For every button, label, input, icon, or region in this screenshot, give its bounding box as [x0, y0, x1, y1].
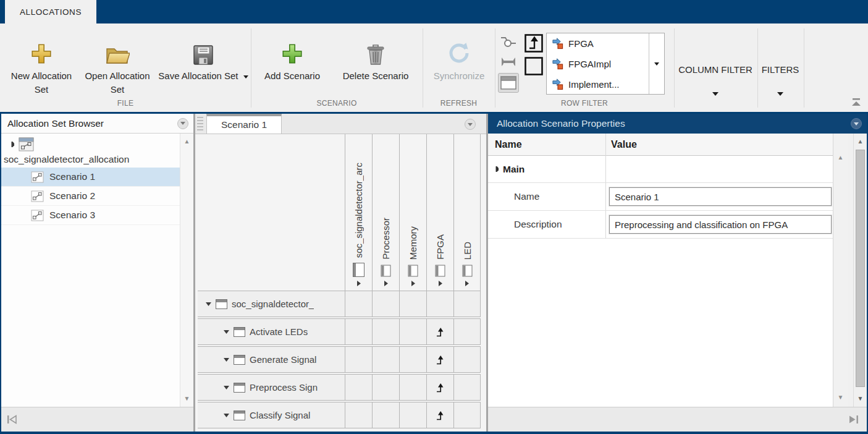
- matrix-cell[interactable]: [345, 319, 372, 344]
- stereotype-item-fpgaimpl[interactable]: FPGAImpl: [547, 54, 649, 74]
- allocated-filter-button[interactable]: [523, 33, 544, 53]
- matrix-cell-allocated[interactable]: [426, 402, 453, 428]
- scroll-up-icon[interactable]: ▲: [180, 138, 193, 145]
- stereotype-item-implement[interactable]: Implement...: [547, 74, 649, 95]
- matrix-column-soc-arch[interactable]: soc_signaldetector_arc: [345, 134, 372, 291]
- component-filter-button[interactable]: [498, 73, 519, 93]
- matrix-column-memory[interactable]: Memory: [399, 134, 426, 291]
- column-filter-caret-icon: [712, 92, 718, 96]
- matrix-cell[interactable]: [345, 375, 372, 400]
- matrix-cell[interactable]: [345, 402, 372, 428]
- description-field-input[interactable]: [609, 215, 832, 234]
- collapse-ribbon-button[interactable]: [850, 98, 862, 110]
- matrix-cell[interactable]: [453, 402, 481, 428]
- matrix-cell[interactable]: [345, 347, 372, 372]
- collapse-row-icon[interactable]: [206, 302, 211, 306]
- matrix-row-header[interactable]: Generate Signal: [198, 347, 345, 372]
- connector-filter-button[interactable]: [499, 54, 518, 69]
- expand-column-icon[interactable]: [357, 281, 361, 286]
- synchronize-button[interactable]: Synchronize: [426, 28, 492, 83]
- expand-column-icon[interactable]: [411, 281, 415, 286]
- matrix-row-header[interactable]: Classify Signal: [198, 402, 345, 428]
- tab-scenario-1-label: Scenario 1: [221, 119, 267, 130]
- group-expanded-icon[interactable]: [493, 166, 499, 172]
- matrix-cell-allocated[interactable]: [426, 319, 453, 344]
- matrix-cell[interactable]: [372, 402, 399, 428]
- name-field-input[interactable]: [609, 187, 832, 206]
- properties-table-header: Name Value: [488, 134, 833, 156]
- stereotype-filter-dropdown-button[interactable]: [649, 33, 664, 94]
- collapse-browser-panel-button[interactable]: [177, 118, 188, 129]
- scenario-icon: [31, 190, 44, 202]
- open-allocation-set-button[interactable]: Open Allocation Set: [79, 28, 156, 96]
- tree-item-scenario-2[interactable]: Scenario 2: [0, 187, 180, 206]
- port-filter-button[interactable]: [499, 34, 518, 53]
- tree-item-scenario-1[interactable]: Scenario 1: [0, 168, 180, 187]
- expand-column-icon[interactable]: [465, 281, 469, 286]
- scroll-up-icon[interactable]: ▲: [833, 155, 848, 161]
- tabstrip-grip-handle[interactable]: [197, 117, 203, 131]
- collapse-row-icon[interactable]: [224, 330, 229, 334]
- window-bottom-border: [0, 432, 868, 434]
- matrix-row-header[interactable]: Preprocess Sign: [198, 375, 345, 400]
- add-scenario-button[interactable]: Add Scenario: [256, 28, 329, 83]
- scroll-up-icon[interactable]: ▲: [854, 138, 867, 145]
- matrix-cell[interactable]: [345, 291, 372, 317]
- matrix-cell-allocated[interactable]: [426, 375, 453, 400]
- matrix-column-led[interactable]: LED: [453, 134, 481, 291]
- matrix-column-label: soc_signaldetector_arc: [353, 163, 364, 258]
- tree-root-label[interactable]: soc_signaldetector_allocation: [0, 153, 180, 168]
- scroll-down-icon[interactable]: ▼: [180, 396, 193, 402]
- tree-root-toggle-row[interactable]: [0, 134, 180, 153]
- matrix-cell[interactable]: [399, 402, 426, 428]
- scrollbar-thumb[interactable]: [856, 150, 865, 387]
- matrix-cell-allocated[interactable]: [426, 347, 453, 372]
- collapse-row-icon[interactable]: [224, 358, 229, 362]
- column-filter-button[interactable]: COLUMN FILTER: [677, 28, 754, 96]
- matrix-cell[interactable]: [453, 291, 481, 317]
- stereotype-item-fpga[interactable]: FPGA: [547, 33, 649, 54]
- collapse-properties-panel-button[interactable]: [851, 118, 862, 129]
- matrix-cell[interactable]: [372, 319, 399, 344]
- matrix-cell[interactable]: [453, 375, 481, 400]
- scroll-down-icon[interactable]: ▼: [833, 394, 848, 401]
- tree-item-scenario-3[interactable]: Scenario 3: [0, 206, 180, 225]
- unallocated-filter-button[interactable]: [523, 56, 544, 76]
- allocation-arrow-icon: [436, 355, 445, 365]
- matrix-cell[interactable]: [372, 291, 399, 317]
- matrix-cell[interactable]: [399, 291, 426, 317]
- collapse-row-icon[interactable]: [224, 414, 229, 417]
- browser-horizontal-scrollbar[interactable]: [0, 407, 195, 432]
- tab-allocations[interactable]: ALLOCATIONS: [5, 0, 96, 23]
- panel-vertical-scrollbar[interactable]: ▲ ▼: [853, 134, 867, 407]
- matrix-column-fpga[interactable]: FPGA: [426, 134, 453, 291]
- tab-scenario-1[interactable]: Scenario 1: [206, 114, 282, 134]
- browser-vertical-scrollbar[interactable]: ▲ ▼: [180, 134, 193, 407]
- matrix-cell[interactable]: [453, 319, 481, 344]
- delete-scenario-button[interactable]: Delete Scenario: [332, 28, 419, 83]
- matrix-cell[interactable]: [399, 375, 426, 400]
- properties-horizontal-scrollbar[interactable]: [488, 407, 868, 432]
- scroll-down-icon[interactable]: ▼: [854, 396, 867, 402]
- tree-expanded-icon[interactable]: [9, 142, 14, 147]
- matrix-row-header[interactable]: Activate LEDs: [198, 319, 345, 344]
- new-allocation-set-button[interactable]: New Allocation Set: [5, 28, 78, 96]
- properties-vertical-scrollbar[interactable]: ▲ ▼: [833, 134, 848, 407]
- matrix-cell[interactable]: [372, 347, 399, 372]
- matrix-cell[interactable]: [399, 347, 426, 372]
- expand-column-icon[interactable]: [439, 281, 442, 286]
- matrix-cell[interactable]: [372, 375, 399, 400]
- collapse-matrix-panel-button[interactable]: [465, 119, 476, 130]
- filters-button[interactable]: FILTERS: [759, 28, 802, 96]
- collapse-row-icon[interactable]: [224, 386, 229, 389]
- properties-group-main-row[interactable]: Main: [488, 156, 833, 183]
- matrix-cell[interactable]: [399, 319, 426, 344]
- save-allocation-set-button[interactable]: Save Allocation Set: [158, 28, 248, 83]
- matrix-column-processor[interactable]: Processor: [372, 134, 399, 291]
- scroll-end-icon[interactable]: [848, 415, 859, 424]
- matrix-cell[interactable]: [453, 347, 481, 372]
- expand-column-icon[interactable]: [384, 281, 388, 286]
- scroll-start-icon[interactable]: [6, 415, 17, 424]
- matrix-row-header[interactable]: soc_signaldetector_: [198, 291, 345, 317]
- matrix-cell[interactable]: [426, 291, 453, 317]
